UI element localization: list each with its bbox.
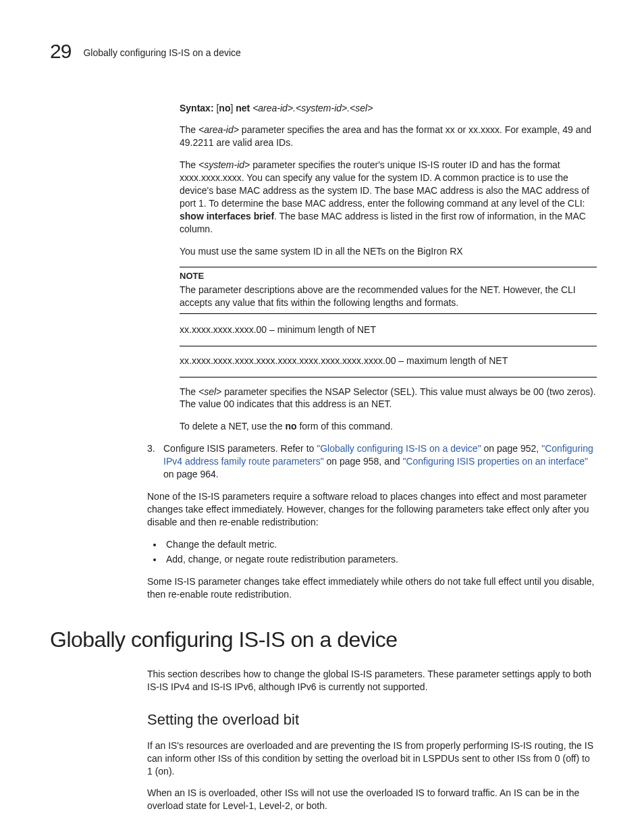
para-system-id: The <system-id> parameter specifies the …: [180, 159, 597, 235]
section-heading: Globally configuring IS-IS on a device: [50, 625, 597, 654]
body-content: None of the IS-IS parameters require a s…: [147, 490, 597, 601]
para-area-id: The <area-id> parameter specifies the ar…: [180, 124, 597, 149]
bullet-list: Change the default metric. Add, change, …: [147, 538, 597, 567]
indented-content: Syntax: [no] net <area-id>.<system-id>.<…: [163, 102, 597, 481]
note-body: The parameter descriptions above are the…: [180, 284, 597, 309]
section-body: This section describes how to change the…: [147, 668, 597, 812]
para-overload-1: If an IS's resources are overloaded and …: [147, 739, 597, 778]
note-title: NOTE: [180, 270, 597, 282]
net-max: xx.xxxx.xxxx.xxxx.xxxx.xxxx.xxxx.xxxx.xx…: [180, 355, 597, 367]
para-same-id: You must use the same system ID in all t…: [180, 245, 597, 258]
syntax-line: Syntax: [no] net <area-id>.<system-id>.<…: [180, 102, 597, 115]
step-3: 3. Configure ISIS parameters. Refer to "…: [147, 442, 597, 481]
para-intro: This section describes how to change the…: [147, 668, 597, 694]
net-min: xx.xxxx.xxxx.xxxx.00 – minimum length of…: [180, 323, 597, 336]
divider: [180, 346, 597, 346]
subsection-heading: Setting the overload bit: [147, 710, 597, 730]
running-header: 29 Globally configuring IS-IS on a devic…: [50, 38, 597, 66]
syntax-label: Syntax:: [180, 103, 214, 113]
para-overload-2: When an IS is overloaded, other ISs will…: [147, 787, 597, 812]
para-some: Some IS-IS parameter changes take effect…: [147, 575, 597, 601]
list-item: Change the default metric.: [163, 538, 597, 551]
syntax-cmd: [no] net <area-id>.<system-id>.<sel>: [216, 103, 373, 113]
step-body: Configure ISIS parameters. Refer to "Glo…: [163, 442, 597, 481]
note-block: NOTE The parameter descriptions above ar…: [180, 267, 597, 313]
running-title: Globally configuring IS-IS on a device: [83, 47, 240, 59]
xref-interface[interactable]: "Configuring ISIS properties on an inter…: [402, 456, 588, 467]
para-none: None of the IS-IS parameters require a s…: [147, 490, 597, 529]
page: 29 Globally configuring IS-IS on a devic…: [0, 0, 644, 834]
step-number: 3.: [147, 442, 157, 481]
xref-global[interactable]: "Globally configuring IS-IS on a device": [317, 443, 481, 454]
list-item: Add, change, or negate route redistribut…: [163, 553, 597, 566]
chapter-number: 29: [50, 38, 71, 66]
para-sel: The <sel> parameter specifies the NSAP S…: [180, 386, 597, 411]
para-delete: To delete a NET, use the no form of this…: [180, 420, 597, 433]
divider: [180, 377, 597, 377]
